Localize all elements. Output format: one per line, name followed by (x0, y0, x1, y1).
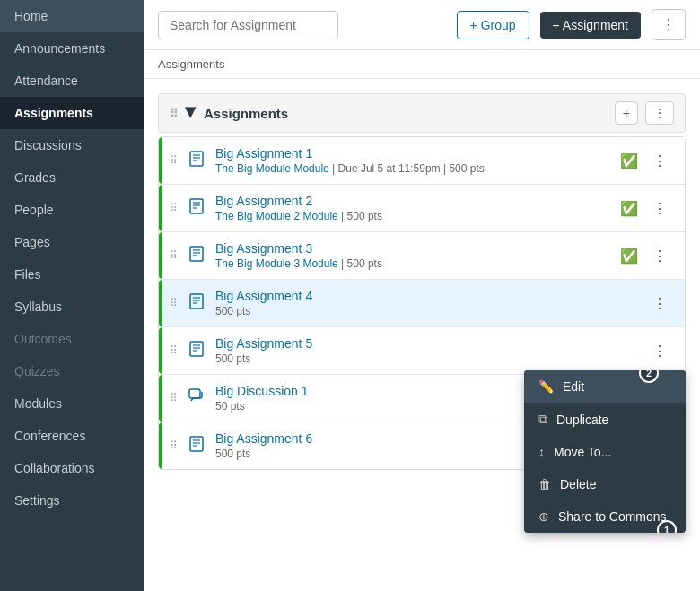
assignment-icon (188, 436, 205, 456)
row-actions: ✅⋮ (620, 244, 674, 268)
drag-handle[interactable]: ⠿ (170, 439, 178, 452)
assignment-icon (188, 198, 205, 219)
green-bar (159, 375, 162, 422)
search-input[interactable] (158, 11, 338, 39)
assignment-icon (188, 246, 205, 266)
published-check[interactable]: ✅ (620, 248, 638, 265)
row-dots-button[interactable]: ⋮ (645, 149, 674, 173)
context-menu-move-to-icon: ↕ (538, 445, 545, 459)
group-button[interactable]: + Group (457, 11, 529, 39)
sidebar-item-conferences[interactable]: Conferences (0, 420, 144, 452)
row-content: Big Assignment 1The Big Module Module | … (215, 146, 613, 175)
points: 500 pts (347, 210, 382, 222)
module-link[interactable]: The Big Module 2 Module (215, 210, 338, 222)
content-area: ⠿ ▶ Assignments + ⋮ ⠿Big Assignment 1The… (144, 79, 700, 591)
row-title[interactable]: Big Assignment 1 (215, 146, 613, 161)
context-menu-item-delete[interactable]: 🗑Delete (524, 468, 686, 500)
context-menu-item-move-to[interactable]: ↕Move To... (524, 436, 686, 468)
drag-handle[interactable]: ⠿ (170, 154, 178, 167)
points: 500 pts (449, 162, 484, 175)
context-menu-delete-label: Delete (560, 477, 596, 491)
row-dots-button[interactable]: ⋮ (645, 244, 674, 268)
svg-rect-4 (190, 199, 203, 213)
points: 500 pts (215, 448, 250, 460)
sidebar-item-pages[interactable]: Pages (0, 226, 144, 258)
context-menu-share-label: Share to Commons (558, 509, 667, 524)
row-title[interactable]: Big Assignment 2 (215, 194, 613, 208)
row-title[interactable]: Big Assignment 3 (215, 241, 613, 256)
module-link[interactable]: The Big Module Module (215, 162, 329, 175)
row-actions: ✅⋮ (620, 149, 674, 173)
assignment-icon (188, 341, 205, 361)
drag-handle[interactable]: ⠿ (170, 202, 178, 214)
published-check[interactable]: ✅ (620, 152, 638, 169)
sidebar-item-home[interactable]: Home (0, 0, 144, 32)
separator: | (338, 257, 347, 270)
sidebar-item-grades[interactable]: Grades (0, 161, 144, 194)
context-menu-edit-icon: ✏️ (538, 379, 554, 394)
context-menu-item-edit[interactable]: ✏️Edit (524, 370, 686, 403)
assignment-row: ⠿Big Assignment 3The Big Module 3 Module… (159, 232, 685, 280)
row-actions: ⋮ (645, 291, 674, 316)
module-link[interactable]: The Big Module 3 Module (215, 257, 338, 270)
assignment-icon (188, 293, 205, 314)
green-bar (159, 422, 162, 469)
sidebar-item-collaborations[interactable]: Collaborations (0, 452, 144, 484)
sidebar: HomeAnnouncementsAttendanceAssignmentsDi… (0, 0, 144, 591)
drag-handle[interactable]: ⠿ (170, 249, 178, 262)
row-meta: The Big Module Module | Due Jul 5 at 11:… (215, 162, 613, 175)
row-dots-button[interactable]: ⋮ (645, 196, 674, 221)
topbar-dots-button[interactable]: ⋮ (652, 9, 686, 40)
sidebar-item-people[interactable]: People (0, 194, 144, 226)
row-meta: The Big Module 2 Module | 500 pts (215, 210, 613, 222)
sidebar-item-files[interactable]: Files (0, 258, 144, 291)
points: 500 pts (215, 305, 250, 317)
published-check[interactable]: ✅ (620, 200, 638, 217)
sidebar-item-quizzes: Quizzes (0, 355, 144, 387)
context-menu-item-duplicate[interactable]: ⧉Duplicate (524, 403, 686, 436)
context-menu: 2 ✏️Edit⧉Duplicate↕Move To...🗑Delete⊕Sha… (524, 370, 686, 533)
points: 500 pts (347, 257, 382, 270)
svg-rect-8 (190, 247, 203, 261)
green-bar (159, 232, 162, 279)
sidebar-item-discussions[interactable]: Discussions (0, 129, 144, 161)
row-dots-button[interactable]: ⋮ (645, 339, 674, 363)
assignments-group-header: ⠿ ▶ Assignments + ⋮ (158, 93, 686, 133)
sidebar-item-assignments[interactable]: Assignments (0, 97, 144, 129)
group-menu-button[interactable]: ⋮ (645, 101, 674, 125)
row-dots-button[interactable]: ⋮ (645, 291, 674, 316)
group-title: Assignments (204, 106, 288, 121)
drag-handle[interactable]: ⠿ (170, 297, 178, 309)
group-add-button[interactable]: + (615, 101, 638, 125)
sidebar-item-syllabus[interactable]: Syllabus (0, 291, 144, 323)
context-menu-delete-icon: 🗑 (538, 477, 551, 491)
context-menu-edit-label: Edit (563, 379, 584, 394)
assignment-icon (188, 151, 205, 171)
sidebar-item-settings[interactable]: Settings (0, 484, 144, 517)
sidebar-item-attendance[interactable]: Attendance (0, 65, 144, 97)
points: 50 pts (215, 400, 245, 413)
row-actions: ⋮ (645, 339, 674, 363)
sidebar-item-announcements[interactable]: Announcements (0, 32, 144, 65)
green-bar (159, 137, 162, 184)
row-meta: The Big Module 3 Module | 500 pts (215, 257, 613, 270)
context-menu-move-to-label: Move To... (554, 445, 611, 459)
topbar: + Group + Assignment ⋮ (144, 0, 700, 50)
row-actions: ✅⋮ (620, 196, 674, 221)
assignment-row: ⠿Big Assignment 5500 pts⋮ (159, 327, 685, 375)
row-title[interactable]: Big Assignment 4 (215, 289, 638, 303)
green-bar (159, 280, 162, 326)
collapse-chevron[interactable]: ▶ (183, 108, 199, 118)
main-content: + Group + Assignment ⋮ Assignments ⠿ ▶ A… (144, 0, 700, 591)
assignment-button[interactable]: + Assignment (540, 12, 641, 39)
drag-handle[interactable]: ⠿ (170, 344, 178, 357)
row-content: Big Assignment 4500 pts (215, 289, 638, 317)
discussion-icon (188, 388, 205, 409)
separator: | (329, 162, 338, 175)
row-title[interactable]: Big Assignment 5 (215, 336, 638, 351)
sidebar-item-modules[interactable]: Modules (0, 387, 144, 420)
drag-handle[interactable]: ⠿ (170, 392, 178, 404)
row-meta: 500 pts (215, 352, 638, 365)
green-bar (159, 327, 162, 374)
group-header-right: + ⋮ (615, 101, 674, 125)
